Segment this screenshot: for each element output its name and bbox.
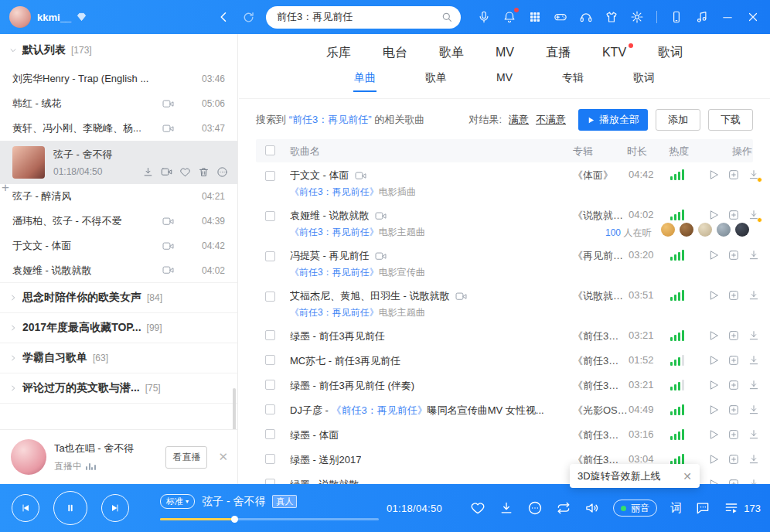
phone-icon[interactable] <box>669 9 684 25</box>
live-avatar[interactable] <box>11 439 46 475</box>
play-icon[interactable] <box>707 453 720 466</box>
play-icon[interactable] <box>707 169 720 181</box>
download-icon[interactable] <box>499 500 514 516</box>
add-to-playlist-icon[interactable] <box>727 453 740 466</box>
more-icon[interactable] <box>216 166 228 178</box>
headset-service-icon[interactable] <box>578 9 594 25</box>
close-icon[interactable] <box>745 9 761 25</box>
row-checkbox[interactable] <box>265 211 275 221</box>
add-to-playlist-icon[interactable] <box>727 249 740 261</box>
previous-button[interactable] <box>12 494 39 522</box>
album-link[interactable]: 《再见前任》 <box>573 249 629 263</box>
playlist-button[interactable]: 173 <box>724 500 761 516</box>
sidebar-playlist-item[interactable]: 学霸自习歌单 [63] <box>0 343 237 373</box>
add-to-playlist-icon[interactable] <box>727 379 740 391</box>
mini-mode-note-icon[interactable] <box>694 9 710 25</box>
heart-icon[interactable] <box>470 500 486 516</box>
movie-link[interactable]: 《前任3：再见前任》 <box>290 227 379 237</box>
listener-avatar[interactable] <box>717 223 731 237</box>
default-playlist-header[interactable]: 默认列表 [173] <box>0 34 237 66</box>
song-title[interactable]: 绿墨 - 前任3再见前任 (伴奏) <box>290 379 414 393</box>
nav-item-live[interactable]: 直播 <box>546 45 571 61</box>
sidebar-song-row[interactable]: 刘宪华Henry - Trap (English ... 03:46 <box>0 66 237 91</box>
progress-bar[interactable] <box>160 518 379 520</box>
tab-single[interactable]: 单曲 <box>354 71 376 92</box>
add-to-playlist-icon[interactable] <box>727 354 740 367</box>
listener-avatar[interactable] <box>661 223 675 237</box>
play-icon[interactable] <box>707 249 720 261</box>
album-link[interactable]: 《前任3再...》 <box>573 379 629 393</box>
play-icon[interactable] <box>707 329 720 342</box>
toast-close-icon[interactable]: ✕ <box>676 470 692 483</box>
quality-selector[interactable]: 标准▾ <box>160 494 195 509</box>
row-checkbox[interactable] <box>265 292 275 302</box>
nav-item-radio[interactable]: 电台 <box>383 45 407 61</box>
album-link[interactable]: 《说散就散》 <box>573 289 629 303</box>
album-link[interactable]: 《体面》 <box>573 169 629 182</box>
tab-mv[interactable]: MV <box>496 71 513 90</box>
mv-icon[interactable] <box>161 166 172 178</box>
album-link[interactable]: 《前任3再...》 <box>573 329 629 343</box>
play-icon[interactable] <box>707 404 720 416</box>
add-button[interactable]: 添加 <box>656 109 700 131</box>
song-title[interactable]: MC苏七 - 前任3再见前任 <box>290 354 400 368</box>
sidebar-song-row[interactable]: 弦子 - 醉清风 04:21 <box>0 184 237 209</box>
apps-grid-icon[interactable] <box>527 9 543 25</box>
vip-diamond-icon[interactable] <box>76 12 87 22</box>
search-input[interactable] <box>277 12 441 23</box>
play-all-button[interactable]: 播放全部 <box>578 109 648 131</box>
add-to-playlist-icon[interactable] <box>727 428 740 441</box>
sidebar-current-song-row[interactable]: 弦子 - 舍不得 01:18/04:50 <box>0 141 237 184</box>
back-button[interactable] <box>217 10 231 24</box>
download-icon[interactable] <box>748 249 760 261</box>
minimize-icon[interactable] <box>720 9 735 25</box>
play-icon[interactable] <box>707 428 720 441</box>
mv-icon[interactable] <box>375 251 387 261</box>
row-checkbox[interactable] <box>265 404 275 414</box>
mv-icon[interactable] <box>162 99 174 109</box>
listener-avatar[interactable] <box>735 223 749 237</box>
play-icon[interactable] <box>707 478 720 484</box>
sidebar-song-row[interactable]: 于文文 - 体面 04:42 <box>0 234 237 258</box>
listener-avatar[interactable] <box>680 223 693 237</box>
sidebar-playlist-item[interactable]: 评论过万的英文歌与潜... [75] <box>0 373 237 404</box>
row-checkbox[interactable] <box>265 429 275 439</box>
sidebar-playlist-item[interactable]: 2017年度最高收藏TOP... [99] <box>0 313 237 343</box>
song-title[interactable]: 于文文 - 体面 <box>290 169 349 182</box>
song-title[interactable]: 冯提莫 - 再见前任 <box>290 249 370 263</box>
download-icon[interactable] <box>748 428 760 441</box>
row-checkbox[interactable] <box>265 251 275 261</box>
download-icon[interactable] <box>748 404 760 416</box>
volume-icon[interactable] <box>584 500 600 516</box>
mv-icon[interactable] <box>355 171 366 181</box>
mv-icon[interactable] <box>162 241 174 251</box>
sidebar-playlist-item[interactable]: 思念时陪伴你的欧美女声 [84] <box>0 283 237 313</box>
nav-item-lyrics[interactable]: 歌词 <box>658 45 683 61</box>
lyrics-button[interactable]: 词 <box>670 501 682 516</box>
mv-icon[interactable] <box>455 292 467 302</box>
table-row[interactable]: 绿墨 - 前任3再见前任 《前任3再...》 03:21 <box>256 323 753 348</box>
nav-item-playlists[interactable]: 歌单 <box>439 45 464 61</box>
play-icon[interactable] <box>707 379 720 391</box>
search-icon[interactable] <box>441 11 453 23</box>
row-checkbox[interactable] <box>265 479 275 484</box>
table-row[interactable]: 绿墨 - 体面 《前任3再...》 03:16 <box>256 422 753 447</box>
play-icon[interactable] <box>707 354 720 367</box>
add-song-plus-icon[interactable]: + <box>2 181 9 194</box>
sidebar-song-row[interactable]: 袁娅维 - 说散就散 04:02 <box>0 258 237 283</box>
tab-playlist[interactable]: 歌单 <box>425 71 447 92</box>
movie-link[interactable]: 《前任3：再见前任》 <box>290 267 379 278</box>
table-row[interactable]: 绿墨 - 前任3再见前任 (伴奏) 《前任3再...》 03:21 <box>256 373 753 397</box>
add-to-playlist-icon[interactable] <box>727 289 740 302</box>
select-all-checkbox[interactable] <box>265 145 275 155</box>
add-to-playlist-icon[interactable] <box>727 404 740 416</box>
feedback-bad-link[interactable]: 不满意 <box>536 113 566 127</box>
album-link[interactable]: 《说散就散》 <box>573 209 629 223</box>
song-title[interactable]: 袁娅维 - 说散就散 <box>290 209 370 223</box>
row-checkbox[interactable] <box>265 355 275 365</box>
download-icon[interactable] <box>748 478 760 484</box>
feedback-good-link[interactable]: 满意 <box>509 113 529 127</box>
movie-link[interactable]: 《前任3：再见前任》 <box>331 404 427 416</box>
album-link[interactable]: 《光影OST》 <box>573 404 629 418</box>
row-checkbox[interactable] <box>265 171 275 181</box>
